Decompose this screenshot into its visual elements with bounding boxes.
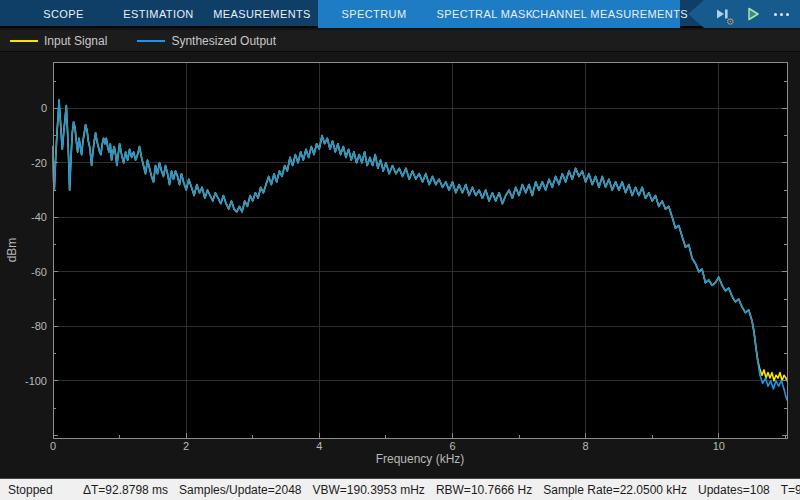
plot-background bbox=[53, 62, 787, 438]
tab-channel-measurements[interactable]: CHANNEL MEASUREMENTS bbox=[540, 0, 680, 28]
tick-label: -40 bbox=[31, 211, 47, 223]
spectrum-analyzer-window: SCOPE ESTIMATION MEASUREMENTS SPECTRUM S… bbox=[0, 0, 800, 500]
tab-spectral-mask[interactable]: SPECTRAL MASK bbox=[430, 0, 540, 28]
status-vbw: VBW=190.3953 mHz bbox=[312, 483, 424, 497]
tick-label: 2 bbox=[183, 440, 189, 452]
status-state: Stopped bbox=[8, 483, 83, 497]
tick-label: 0 bbox=[50, 440, 56, 452]
status-sample-rate: Sample Rate=22.0500 kHz bbox=[543, 483, 687, 497]
tick-label: 10 bbox=[713, 440, 725, 452]
step-forward-button[interactable]: ⚙ bbox=[714, 5, 732, 23]
tick-label: -80 bbox=[31, 320, 47, 332]
legend-item-input-signal[interactable]: Input Signal bbox=[10, 34, 107, 48]
toolstrip: SCOPE ESTIMATION MEASUREMENTS SPECTRUM S… bbox=[0, 0, 800, 28]
status-delta-t: ΔT=92.8798 ms bbox=[83, 483, 168, 497]
legend-line-swatch bbox=[10, 40, 38, 42]
play-icon bbox=[745, 6, 761, 22]
legend-label: Input Signal bbox=[44, 34, 107, 48]
legend-label: Synthesized Output bbox=[171, 34, 276, 48]
tick-label: 6 bbox=[449, 440, 455, 452]
legend-line-swatch bbox=[137, 40, 165, 42]
legend-item-synthesized-output[interactable]: Synthesized Output bbox=[137, 34, 276, 48]
status-samples-per-update: Samples/Update=2048 bbox=[179, 483, 301, 497]
quick-access-panel: ⚙ bbox=[688, 0, 800, 28]
contextual-tab-group: SPECTRUM SPECTRAL MASK CHANNEL MEASUREME… bbox=[318, 0, 680, 28]
tick-label: 8 bbox=[583, 440, 589, 452]
spectrum-plot[interactable]: 02468100-20-40-60-80-100 bbox=[0, 52, 800, 478]
tick-label: -20 bbox=[31, 157, 47, 169]
tab-scope[interactable]: SCOPE bbox=[16, 0, 111, 28]
x-axis-label: Frequency (kHz) bbox=[53, 452, 787, 466]
tab-spectrum[interactable]: SPECTRUM bbox=[318, 0, 430, 28]
tab-measurements[interactable]: MEASUREMENTS bbox=[206, 0, 318, 28]
tick-label: 0 bbox=[41, 102, 47, 114]
more-options-button[interactable] bbox=[774, 13, 789, 16]
tab-estimation[interactable]: ESTIMATION bbox=[111, 0, 206, 28]
legend: Input Signal Synthesized Output bbox=[0, 30, 800, 52]
tick-label: -100 bbox=[25, 375, 47, 387]
ellipsis-icon bbox=[774, 13, 777, 16]
status-bar: Stopped ΔT=92.8798 ms Samples/Update=204… bbox=[0, 478, 800, 500]
main-tab-group: SCOPE ESTIMATION MEASUREMENTS bbox=[16, 0, 318, 28]
y-axis-label: dBm bbox=[5, 238, 19, 263]
tick-label: 4 bbox=[316, 440, 322, 452]
status-time: T=9.9846 bbox=[781, 483, 800, 497]
tick-label: -60 bbox=[31, 266, 47, 278]
run-button[interactable] bbox=[744, 5, 762, 23]
status-updates: Updates=108 bbox=[698, 483, 770, 497]
status-rbw: RBW=10.7666 Hz bbox=[436, 483, 532, 497]
plot-area: 02468100-20-40-60-80-100 dBm Frequency (… bbox=[0, 52, 800, 478]
gear-icon: ⚙ bbox=[726, 17, 735, 27]
